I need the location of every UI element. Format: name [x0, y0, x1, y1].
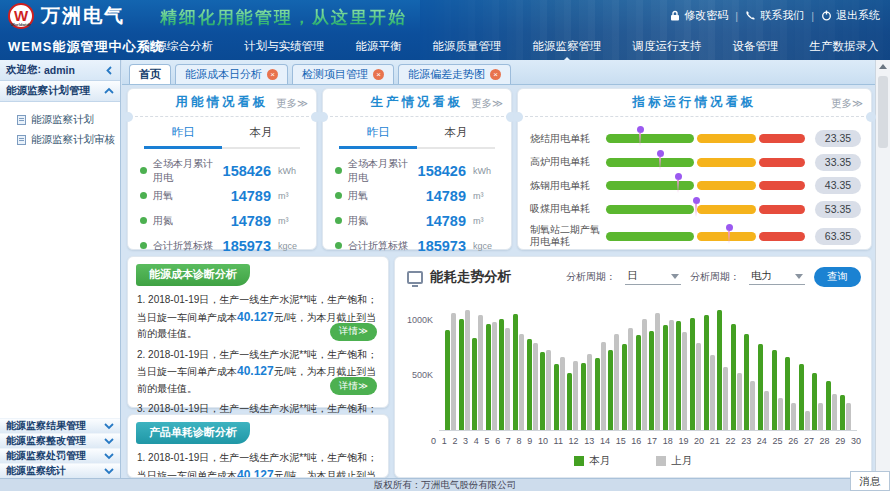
bar-group [704, 315, 715, 430]
bar-本月 [840, 395, 845, 430]
x-tick-label: 21 [710, 436, 720, 446]
detail-button[interactable]: 详情≫ [330, 377, 377, 395]
x-tick-label: 28 [820, 436, 830, 446]
nav-item[interactable]: 生产数据录入 [808, 31, 881, 61]
segment-good [606, 205, 694, 214]
energy-type-select[interactable]: 电力 [749, 269, 805, 285]
x-tick-label: 30 [851, 436, 861, 446]
nav-item[interactable]: 能源监察管理 [531, 31, 604, 61]
close-icon[interactable]: × [490, 69, 501, 80]
dashboard: { "header": { "logo": { "badge": "W", "s… [0, 0, 890, 491]
x-tick-label: 19 [678, 436, 688, 446]
logo-icon: W Worldwide [8, 3, 34, 29]
sidebar-group[interactable]: 能源监察处罚管理 [0, 448, 120, 463]
bar-上月 [505, 328, 510, 430]
sidebar-item[interactable]: 能源监察计划 [0, 110, 120, 130]
bar-本月 [704, 315, 709, 430]
sidebar-group[interactable]: 能源监察计划管理 [0, 81, 120, 102]
bar-上月 [655, 313, 660, 430]
bar-group [717, 310, 728, 430]
indicator-bar [606, 232, 805, 241]
segment-bad [759, 205, 805, 214]
more-link[interactable]: 更多≫ [276, 97, 308, 111]
bar-上月 [723, 367, 728, 430]
sidebar-group[interactable]: 能源监察统计 [0, 463, 120, 478]
header-link-logout[interactable]: 退出系统 [821, 8, 880, 23]
more-link[interactable]: 更多≫ [471, 97, 503, 111]
kanban-tab[interactable]: 昨日 [144, 125, 222, 147]
highlight-value: 40.127 [237, 310, 274, 324]
indicators-card: 指标运行情况看板 更多≫ 烧结用电单耗23.35高炉用电单耗33.35炼钢用电单… [517, 88, 872, 250]
collapse-sidebar-icon[interactable] [105, 66, 114, 75]
highlight-value: 40.127 [237, 468, 274, 479]
nav-item[interactable]: 调度运行支持 [631, 31, 704, 61]
header-link-contact-us[interactable]: 联系我们 [745, 8, 804, 23]
sidebar-item[interactable]: 能源监察计划审核 [0, 130, 120, 150]
kanban-tab[interactable]: 本月 [222, 125, 300, 147]
tab-bar: 首页能源成本日分析×检测项目管理×能源偏差走势图× [122, 60, 875, 85]
tab-page-1[interactable]: 能源成本日分析× [175, 64, 288, 84]
metric-label: 用氧 [153, 189, 231, 203]
indicator-label: 高炉用电单耗 [530, 156, 606, 168]
marker-dot [675, 173, 682, 180]
scroll-up-icon[interactable] [879, 64, 887, 69]
bar-group [758, 344, 769, 430]
period-select[interactable]: 日 [625, 269, 681, 285]
metric-unit: m³ [473, 216, 499, 226]
detail-button[interactable]: 详情≫ [330, 323, 377, 341]
close-icon[interactable]: × [267, 69, 278, 80]
nav-item[interactable]: 设备管理 [731, 31, 781, 61]
bar-上月 [778, 398, 783, 430]
app-logo: W Worldwide 万洲电气 [8, 3, 125, 29]
bar-本月 [513, 314, 518, 430]
bullet-dot [140, 167, 147, 174]
scrollbar-thumb[interactable] [878, 76, 888, 148]
phone-icon [745, 10, 756, 21]
tab-page-2[interactable]: 检测项目管理× [292, 64, 394, 84]
x-tick-label: 20 [694, 436, 704, 446]
kanban-tab[interactable]: 本月 [417, 125, 495, 147]
document-icon [17, 135, 26, 145]
bar-本月 [812, 373, 817, 430]
bar-本月 [744, 334, 749, 430]
x-tick-label: 23 [741, 436, 751, 446]
tab-page-3[interactable]: 能源偏差走势图× [398, 64, 511, 84]
cost-diagnosis-card: 能源成本诊断分析 1. 2018-01-19日，生产一线生产水泥**吨，生产饱和… [127, 256, 389, 408]
sidebar-group[interactable]: 能源监察整改管理 [0, 433, 120, 448]
bar-上月 [546, 350, 551, 430]
tab-label: 首页 [139, 67, 161, 82]
metric-label: 用氮 [348, 214, 426, 228]
nav-item[interactable]: 能源平衡 [354, 31, 404, 61]
highlight-value: 40.127 [237, 364, 274, 378]
indicator-rows: 烧结用电单耗23.35高炉用电单耗33.35炼钢用电单耗43.35吸煤用电单耗5… [530, 130, 861, 248]
item-label: 能源监察计划 [31, 113, 94, 127]
nav-item[interactable]: 计划与实绩管理 [242, 31, 327, 61]
indicator-label: 吸煤用电单耗 [530, 203, 606, 215]
segment-bad [759, 158, 805, 167]
vertical-scrollbar[interactable] [875, 60, 890, 478]
more-link[interactable]: 更多≫ [831, 97, 863, 111]
item-label: 能源监察计划审核 [31, 133, 115, 147]
indicator-label: 烧结用电单耗 [530, 133, 606, 145]
legend-item[interactable]: 本月 [574, 454, 610, 468]
chevron-up-icon [104, 87, 114, 95]
close-icon[interactable]: × [373, 69, 384, 80]
nav-item[interactable]: 能源综合分析 [142, 31, 215, 61]
kanban-tab[interactable]: 昨日 [339, 125, 417, 147]
copyright-text: 版权所有：万洲电气股份有限公司 [0, 479, 890, 491]
link-label: 修改密码 [684, 8, 728, 23]
bullet-dot [140, 192, 147, 199]
indicator-row: 制氧站二期产氧用电单耗63.35 [530, 224, 861, 248]
bar-本月 [826, 381, 831, 430]
legend-item[interactable]: 上月 [656, 454, 692, 468]
header-link-change-password[interactable]: 修改密码 [670, 8, 728, 23]
x-axis-labels: 0123456789101112131415161718192021222324… [431, 436, 861, 446]
message-button[interactable]: 消息 [850, 471, 890, 491]
nav-item[interactable]: 能源质量管理 [431, 31, 504, 61]
x-tick-label: 8 [517, 436, 522, 446]
filter-label: 分析周期： [566, 270, 616, 284]
query-button[interactable]: 查询 [814, 267, 861, 287]
sidebar-group[interactable]: 能源监察结果管理 [0, 418, 120, 433]
bullet-dot [335, 167, 342, 174]
tab-home[interactable]: 首页 [129, 64, 171, 84]
